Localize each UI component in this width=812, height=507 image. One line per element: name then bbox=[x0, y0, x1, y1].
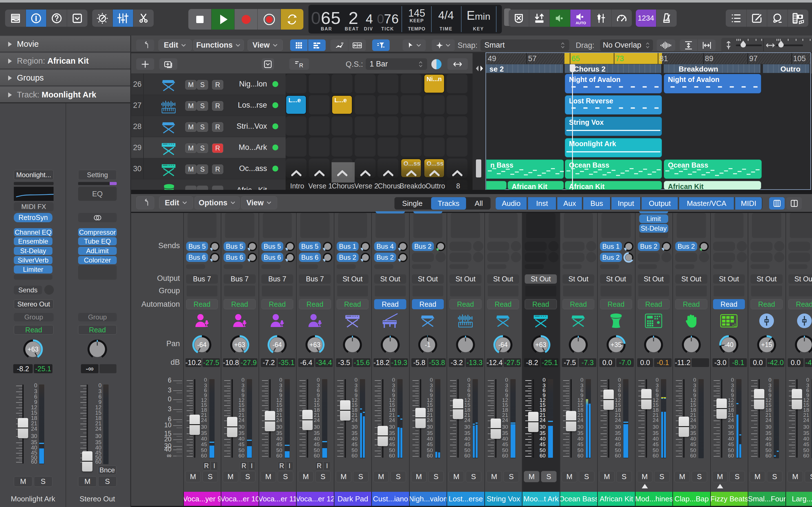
svg-text:+35: +35 bbox=[610, 341, 621, 348]
svg-text:+63: +63 bbox=[28, 346, 38, 353]
svg-text:+63: +63 bbox=[535, 341, 546, 348]
svg-text:-64: -64 bbox=[272, 341, 282, 348]
svg-text:-64: -64 bbox=[498, 341, 507, 348]
svg-text:-40: -40 bbox=[724, 341, 733, 348]
svg-text:-1: -1 bbox=[425, 341, 430, 348]
svg-text:+63: +63 bbox=[234, 341, 245, 348]
svg-text:AUTO: AUTO bbox=[576, 20, 586, 24]
svg-text:-64: -64 bbox=[197, 341, 206, 348]
svg-text:+15: +15 bbox=[761, 341, 772, 348]
svg-text:+63: +63 bbox=[309, 341, 320, 348]
svg-text:R: R bbox=[299, 62, 303, 68]
